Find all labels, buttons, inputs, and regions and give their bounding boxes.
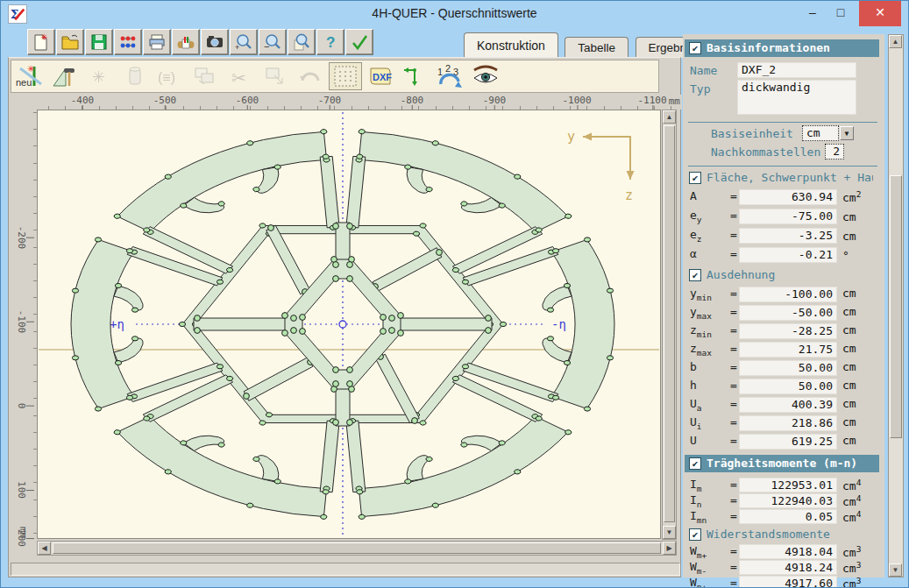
eta-plus-label: +η [110,317,124,331]
scroll-up-arrow[interactable]: ▲ [889,35,902,48]
name-field[interactable]: DXF_2 [737,62,856,78]
undo-icon[interactable] [294,62,327,90]
value-ymin: -100.00 [739,287,837,302]
grid-toggle-icon[interactable] [329,62,362,90]
canvas-vertical-scrollbar[interactable]: ▲ ▼ [662,110,677,540]
confirm-icon[interactable] [345,29,373,55]
section-flaeche: ✔ Fläche, Schwerpunkt + Hauptachser [685,170,879,186]
typ-field: dickwandig [737,80,856,115]
value-b: 50.00 [739,360,837,376]
ruler-horizontal: -400 -500 -600 -700 -800 -900 -1000 -110… [37,95,682,110]
app-window: Σ 4H-QUER - Querschnittswerte – □ ✕ ✳ + … [0,0,909,588]
value-ymax: -50.00 [739,305,837,321]
value-h: 50.00 [739,379,837,394]
copy-icon[interactable] [188,62,222,90]
ruler-unit: mm [669,96,680,107]
title-bar[interactable]: Σ 4H-QUER - Querschnittswerte – □ ✕ [1,1,908,27]
typ-label: Typ [690,82,710,96]
scroll-thumb[interactable] [890,175,902,438]
svg-text:DXF: DXF [373,72,392,82]
value-Wn-plus: 4917.60 [739,576,837,588]
properties-panel: ✔ Basisinformationen Name DXF_2 Typ dick… [683,34,884,577]
traegheit-checkbox[interactable]: ✔ [689,457,701,470]
scroll-up-arrow[interactable]: ▲ [663,110,676,124]
visibility-eye-icon[interactable] [469,62,502,90]
value-Wm-minus: 4918.24 [739,560,837,575]
minimize-button[interactable]: – [799,1,826,26]
cut-icon[interactable]: ✂ [224,62,257,90]
scroll-thumb[interactable] [53,542,661,554]
widerstand-checkbox[interactable]: ✔ [689,528,701,541]
construction-toolbar: neu✳ ✳ (≡) ✂ DXF [11,60,659,93]
network-dots-icon[interactable] [114,29,142,55]
value-Ua: 400.39 [739,397,837,413]
line-list-icon[interactable]: (≡) [153,62,187,90]
geometry-tools-icon[interactable] [48,62,82,90]
help-icon[interactable]: ? [316,29,344,55]
ausdehnung-checkbox[interactable]: ✔ [689,269,701,281]
tab-tabelle[interactable]: Tabelle [565,37,628,58]
name-label: Name [690,64,717,77]
close-button[interactable]: ✕ [859,1,901,26]
new-element-icon[interactable]: neu✳ [13,62,46,90]
maximize-button[interactable]: □ [827,1,854,26]
svg-text:✳: ✳ [92,68,105,86]
value-Imn: 0.05 [739,509,837,524]
tab-konstruktion[interactable]: Konstruktion [464,32,558,58]
zoom-out-icon[interactable]: − [259,29,287,55]
status-bar [11,563,680,576]
scroll-left-arrow[interactable]: ◀ [38,542,51,555]
ruler-vertical: -200 -100 0 100 200 mm [9,109,37,540]
open-file-icon[interactable] [56,29,84,55]
y-axis-label: y [567,129,575,145]
basiseinheit-select[interactable]: cm [802,125,839,141]
svg-text:(≡): (≡) [158,70,175,85]
pens-icon[interactable] [172,29,200,55]
value-Im: 122953.01 [739,478,837,492]
paste-icon[interactable] [259,62,292,90]
flaeche-checkbox[interactable]: ✔ [689,172,701,184]
scroll-right-arrow[interactable]: ▶ [663,542,676,555]
basiseinheit-label: Basiseinheit [711,127,793,140]
scroll-down-arrow[interactable]: ▼ [663,526,676,539]
eta-minus-label: -η [551,317,566,331]
dxf-import-icon[interactable]: DXF [364,62,397,90]
scroll-thumb[interactable] [664,125,675,522]
value-ez: -3.25 [739,228,837,244]
section-basisinformationen: ✔ Basisinformationen [685,39,879,57]
axis-indicator: y z [567,129,635,203]
ruler-unit: mm [18,527,29,538]
nachkommastellen-field[interactable]: 2 [825,144,844,159]
scroll-down-arrow[interactable]: ▼ [889,563,902,577]
chevron-down-icon[interactable]: ▼ [840,126,854,140]
value-A: 630.94 [739,189,837,205]
zoom-page-icon[interactable] [288,29,316,55]
section-ausdehnung: ✔ Ausdehnung [685,267,879,283]
nachkommastellen-label: Nachkommastellen [711,145,820,159]
basis-checkbox[interactable]: ✔ [689,42,701,54]
camera-snapshot-icon[interactable] [201,29,229,55]
axes-icon[interactable] [399,62,432,90]
z-axis-label: z [625,188,633,203]
panel-scrollbar[interactable]: ▲ ▼ [888,34,904,577]
zoom-in-icon[interactable]: + [230,29,258,55]
drawing-workarea: neu✳ ✳ (≡) ✂ DXF [8,57,681,577]
drawing-canvas[interactable]: +η -η [37,110,661,539]
save-icon[interactable] [85,29,113,55]
svg-text:+: + [235,43,239,52]
new-document-icon[interactable]: ✳ [27,29,55,55]
origin-marker [339,321,346,328]
svg-text:✂: ✂ [231,68,246,88]
svg-text:1: 1 [437,67,443,77]
value-In: 122940.03 [739,493,837,508]
canvas-horizontal-scrollbar[interactable]: ◀ ▶ [37,541,677,556]
flash-icon[interactable]: ✳ [83,62,117,90]
value-Wm-plus: 4918.04 [739,544,837,559]
svg-text:✳: ✳ [40,32,47,42]
print-icon[interactable] [143,29,171,55]
value-zmin: -28.25 [739,323,837,339]
svg-text:−: − [264,41,269,52]
trash-icon[interactable] [118,62,152,90]
renumber-icon[interactable]: 123 [434,62,467,90]
svg-text:✳: ✳ [27,64,34,74]
